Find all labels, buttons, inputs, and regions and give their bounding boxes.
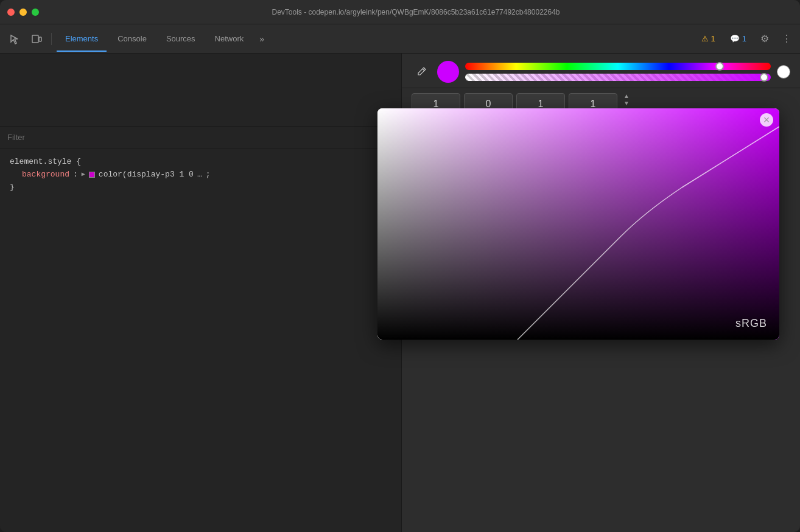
spinner-down[interactable]: ▼ [623,100,630,107]
svg-line-2 [423,69,424,71]
hue-slider[interactable] [465,63,771,70]
elements-panel: Filter element.style { background : ▶ co… [0,54,402,532]
filter-bar: Filter [0,127,401,149]
device-icon [31,33,42,44]
main-area: Filter element.style { background : ▶ co… [0,54,800,532]
color-gradient-popup: sRGB × [377,108,779,340]
warning-badge[interactable]: ⚠ 1 [696,32,720,46]
devtools-window: DevTools - codepen.io/argyleink/pen/QWBg… [0,0,800,532]
traffic-lights [7,9,39,16]
info-count: 1 [742,34,746,43]
devtools-toolbar: Elements Console Sources Network » ⚠ 1 💬… [0,24,800,54]
code-line-3: } [10,181,391,194]
toolbar-right: ⚠ 1 💬 1 ⚙ ⋮ [696,30,795,47]
maximize-button[interactable] [32,9,39,16]
styles-panel: element.style { background : ▶ color(dis… [0,149,401,532]
eyedropper-icon [416,66,427,77]
titlebar: DevTools - codepen.io/argyleink/pen/QWBg… [0,0,800,24]
code-semicolon: ; [206,169,211,181]
color-preview [437,61,459,83]
more-tabs-button[interactable]: » [254,32,269,46]
code-line-2: background : ▶ color(display-p3 1 0 … ; [10,169,391,181]
color-picker-sliders [402,54,800,88]
warning-icon: ⚠ [701,34,709,43]
tab-sources[interactable]: Sources [158,30,204,47]
alpha-slider[interactable] [465,74,771,81]
tab-network[interactable]: Network [206,30,253,47]
code-colon: : [73,169,78,181]
color-gradient-canvas[interactable]: sRGB [377,108,779,340]
filter-label: Filter [7,133,25,142]
value-spinners: ▲ ▼ [623,93,630,107]
gamut-boundary-svg [377,108,779,340]
code-rule-open: element.style { [10,156,81,169]
info-badge[interactable]: 💬 1 [725,32,751,46]
code-property-background: background [22,169,69,181]
dom-tree-area [0,54,401,127]
code-expand-arrow[interactable]: ▶ [82,170,85,180]
spinner-up[interactable]: ▲ [623,93,630,99]
chat-icon: 💬 [730,34,740,43]
window-title: DevTools - codepen.io/argyleink/pen/QWBg… [39,8,793,16]
toolbar-separator [51,33,52,45]
warning-count: 1 [711,34,715,43]
svg-rect-1 [39,37,41,41]
tab-elements[interactable]: Elements [57,30,107,47]
hue-thumb [715,62,724,71]
eyedropper-button[interactable] [412,62,431,82]
code-color-value: color(display-p3 1 0 [99,169,194,181]
device-toolbar-button[interactable] [27,29,46,49]
code-rule-close: } [10,181,15,194]
code-line-1: element.style { [10,156,391,169]
settings-button[interactable]: ⚙ [756,30,773,47]
more-button[interactable]: ⋮ [778,30,795,47]
svg-rect-0 [32,35,38,43]
sliders-stack [465,63,771,81]
cursor-icon [9,33,20,44]
alpha-thumb [760,73,768,82]
srgb-label: sRGB [735,317,767,330]
code-value-rest: … [197,169,202,181]
color-swatch[interactable] [89,172,95,178]
minimize-button[interactable] [19,9,27,16]
color-picker-close[interactable]: × [760,113,773,127]
tab-console[interactable]: Console [109,30,155,47]
alpha-circle-indicator [777,65,790,79]
close-button[interactable] [7,9,15,16]
inspect-element-button[interactable] [5,29,24,49]
